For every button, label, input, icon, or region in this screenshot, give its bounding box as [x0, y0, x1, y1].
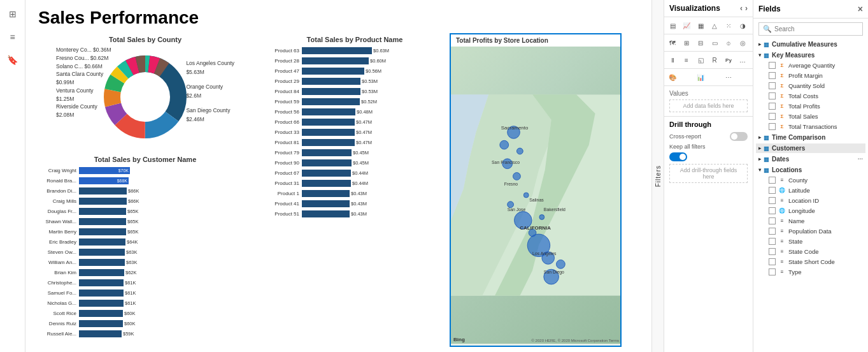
viz-icon-format[interactable]: 🎨	[667, 71, 678, 83]
field-checkbox[interactable]	[769, 258, 776, 265]
viz-icon-shape[interactable]: ◱	[695, 54, 706, 66]
field-item[interactable]: ≡ State Short Code	[756, 256, 865, 267]
field-item[interactable]: ≡ Population Data	[756, 226, 865, 236]
field-sigma-icon: Σ	[778, 71, 786, 79]
viz-icon-more[interactable]: …	[737, 54, 748, 66]
product-bar-row: Product 56 $0.48M	[265, 107, 445, 116]
viz-icon-more2[interactable]: ⋯	[723, 71, 734, 83]
field-item[interactable]: Σ Total Transactions	[756, 121, 865, 131]
viz-icon-pie[interactable]: ◑	[737, 20, 748, 31]
field-item[interactable]: ≡ State	[756, 236, 865, 246]
viz-icon-bar[interactable]: ▦	[695, 20, 706, 31]
viz-icon-table[interactable]: ⊞	[681, 37, 692, 48]
viz-icon-grid-4: 🎨 📊 ⋯	[664, 69, 753, 86]
viz-icon-py[interactable]: Py	[723, 54, 734, 66]
field-item[interactable]: Σ Profit Margin	[756, 70, 865, 80]
field-item[interactable]: 🌐 Latitude	[756, 185, 865, 195]
field-group-header[interactable]: ▸ ▦ Time Comparison	[756, 133, 865, 142]
product-bar-row: Product 90 $0.45M	[265, 158, 445, 167]
viz-icon-image[interactable]: R	[709, 54, 720, 66]
field-checkbox[interactable]	[769, 72, 776, 79]
viz-icon-stacked-bar[interactable]: ▤	[667, 20, 678, 31]
field-text-icon: ≡	[778, 268, 786, 275]
field-item[interactable]: Σ Total Profits	[756, 101, 865, 111]
map-svg: Sacramento San Francisco Fresno CALIFORN…	[451, 47, 620, 344]
field-text-icon: ≡	[778, 227, 786, 235]
field-checkbox[interactable]	[769, 268, 776, 275]
customer-bar-fill	[79, 208, 126, 215]
field-group-header[interactable]: ▾ ▦ Locations	[756, 165, 865, 175]
customer-bar-fill: $70K	[79, 167, 130, 174]
add-field-box[interactable]: Add data fields here	[669, 99, 748, 112]
viz-icon-map[interactable]: 🗺	[667, 37, 678, 48]
field-checkbox[interactable]	[769, 113, 776, 120]
customer-bar-row: Ronald Bra... $68K	[33, 176, 257, 185]
viz-icon-area[interactable]: △	[709, 20, 720, 31]
viz-panel-forward-icon[interactable]: ›	[745, 4, 748, 13]
field-item[interactable]: Σ Quantity Sold	[756, 80, 865, 91]
field-checkbox[interactable]	[769, 238, 776, 245]
field-item[interactable]: Σ Average Quantity	[756, 60, 865, 70]
svg-point-10	[122, 74, 169, 121]
customer-bar-value: $66K	[128, 198, 139, 204]
field-checkbox[interactable]	[769, 197, 776, 204]
field-checkbox[interactable]	[769, 82, 776, 89]
field-item[interactable]: Σ Total Sales	[756, 111, 865, 121]
field-group-ellipsis[interactable]: ···	[858, 156, 863, 163]
field-item[interactable]: Σ Total Costs	[756, 91, 865, 101]
fields-close-icon[interactable]: ×	[858, 4, 863, 14]
field-item-label: Latitude	[788, 187, 810, 194]
field-group-header[interactable]: ▸ ▦ Cumulative Measures	[756, 40, 865, 49]
viz-icon-gauge[interactable]: ◎	[737, 37, 748, 48]
cross-report-toggle[interactable]	[730, 132, 748, 141]
field-group-header[interactable]: ▸ ▦ Customers	[756, 143, 865, 153]
field-checkbox[interactable]	[769, 103, 776, 110]
fields-search-input[interactable]	[774, 26, 858, 33]
field-item[interactable]: ≡ Name	[756, 216, 865, 226]
donut-label-right-2: Orange County	[186, 82, 234, 91]
map-container[interactable]: Total Profits by Store Location	[450, 33, 622, 347]
viz-icon-analytics[interactable]: 📊	[695, 71, 706, 83]
field-checkbox[interactable]	[769, 228, 776, 235]
viz-icon-slicer[interactable]: ≡	[681, 54, 692, 66]
viz-icon-kpi[interactable]: Ⅱ	[667, 54, 678, 66]
fields-list: ▸ ▦ Cumulative Measures ▾ ▦ Key Measures…	[753, 40, 868, 352]
viz-icon-matrix[interactable]: ⊟	[695, 37, 706, 48]
viz-icon-line[interactable]: 📈	[681, 20, 692, 31]
field-checkbox[interactable]	[769, 92, 776, 99]
field-checkbox[interactable]	[769, 207, 776, 214]
product-bar-fill	[302, 119, 355, 126]
customer-bar-value: $61K	[125, 300, 136, 306]
field-checkbox[interactable]	[769, 217, 776, 224]
nav-icon-1[interactable]: ⊞	[4, 5, 22, 23]
donut-label-left-5b: $1.25M	[56, 95, 111, 103]
customer-bar-fill	[79, 320, 123, 327]
field-group-header[interactable]: ▸ ▦ Dates ···	[756, 154, 865, 164]
viz-icon-card[interactable]: ▭	[709, 37, 720, 48]
viz-icon-funnel[interactable]: ⌽	[723, 37, 734, 48]
field-checkbox[interactable]	[769, 177, 776, 184]
field-group-header[interactable]: ▾ ▦ Key Measures	[756, 50, 865, 60]
product-bar-value: $0.48M	[357, 109, 373, 115]
field-checkbox[interactable]	[769, 123, 776, 130]
field-item[interactable]: ≡ Type	[756, 267, 865, 277]
field-item[interactable]: ≡ County	[756, 175, 865, 185]
viz-panel-back-icon[interactable]: ‹	[740, 4, 743, 13]
field-checkbox[interactable]	[769, 187, 776, 194]
fields-search-box[interactable]: 🔍	[758, 22, 863, 36]
nav-icon-3[interactable]: 🔖	[4, 51, 22, 69]
customer-bar-row: Russell Ale... $59K	[33, 329, 257, 338]
filters-panel[interactable]: Filters	[651, 0, 664, 352]
keep-all-toggle[interactable]	[669, 152, 687, 161]
field-checkbox[interactable]	[769, 62, 776, 69]
values-section: Values Add data fields here	[664, 86, 753, 117]
customer-bar-label: Craig Wright	[33, 168, 79, 173]
viz-icon-scatter[interactable]: ⁙	[723, 20, 734, 31]
field-checkbox[interactable]	[769, 248, 776, 255]
product-bar-fill	[302, 78, 360, 85]
nav-icon-2[interactable]: ≡	[4, 28, 22, 46]
add-drill-box[interactable]: Add drill-through fields here	[669, 164, 748, 183]
field-item[interactable]: ≡ State Code	[756, 246, 865, 256]
field-item[interactable]: 🌐 Longitude	[756, 205, 865, 216]
field-item[interactable]: ≡ Location ID	[756, 195, 865, 205]
